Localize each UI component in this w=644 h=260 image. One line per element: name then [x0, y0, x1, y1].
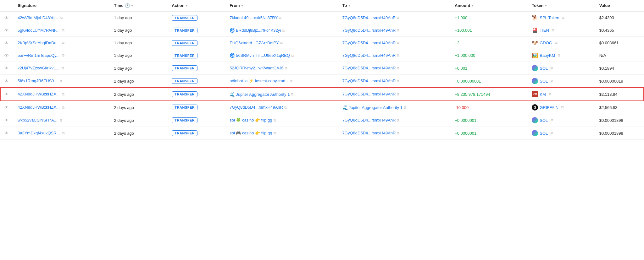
time-cell: 1 day ago: [110, 62, 168, 75]
signature-copy-icon[interactable]: ⧉: [62, 106, 66, 110]
clock-icon[interactable]: 🕐: [125, 3, 130, 8]
eye-icon[interactable]: 👁: [4, 79, 9, 84]
eye-cell: 👁: [0, 75, 14, 88]
signature-link[interactable]: 42XN8qJHWBzkHZX...: [18, 105, 60, 110]
eye-icon[interactable]: 👁: [4, 131, 9, 136]
table-row: 👁 42XN8qJHWBzkHZX... ⧉ 2 days ago TRANSF…: [0, 101, 644, 114]
from-cell: 7GyQ8dD5D4...rsmxH49AnR⧉: [230, 105, 289, 110]
to-address-link[interactable]: 7GyQ8dD5D4...rsmxH49AnR: [342, 41, 396, 45]
signature-copy-icon[interactable]: ⧉: [60, 118, 64, 123]
to-copy-icon[interactable]: ⧉: [397, 16, 401, 20]
action-filter-icon[interactable]: ▾: [186, 3, 188, 8]
from-address-link[interactable]: 7GyQ8dD5D4...rsmxH49AnR: [230, 105, 283, 110]
to-address-link[interactable]: 7GyQ8dD5D4...rsmxH49AnR: [342, 66, 396, 70]
to-filter-icon[interactable]: ▾: [348, 3, 350, 8]
to-address-link[interactable]: 7GyQ8dD5D4...rsmxH49AnR: [342, 28, 396, 33]
to-cell: 7GyQ8dD5D4...rsmxH49AnR⧉: [342, 118, 402, 122]
eye-icon[interactable]: 👁: [4, 118, 9, 123]
signature-link[interactable]: 5gKvfdcLUYM7PANF...: [18, 28, 59, 33]
token-copy-icon[interactable]: ⧉: [549, 92, 553, 96]
from-copy-icon[interactable]: ⧉: [274, 118, 278, 123]
eye-icon[interactable]: 👁: [4, 66, 9, 71]
signature-link[interactable]: 3a3YmDxqf4xukQSR...: [18, 131, 60, 135]
signature-link[interactable]: 42wV9mMjoLD48Yq...: [18, 15, 58, 20]
token-copy-icon[interactable]: ⧉: [551, 131, 555, 135]
token-copy-icon[interactable]: ⧉: [561, 105, 566, 110]
to-address-link[interactable]: Jupiter Aggregator Authority 1: [349, 105, 402, 110]
signature-copy-icon[interactable]: ⧉: [62, 66, 66, 71]
to-copy-icon[interactable]: ⧉: [397, 53, 401, 58]
time-value: 2 days ago: [114, 79, 134, 84]
from-address-link[interactable]: sol 🎮 casino 👉 flip.gg: [230, 131, 272, 135]
from-address-link[interactable]: Jupiter Aggregator Authority 1: [236, 92, 290, 97]
from-copy-icon[interactable]: ⧉: [291, 92, 295, 97]
to-copy-icon[interactable]: ⧉: [397, 28, 401, 33]
amount-value: +0.001: [455, 66, 467, 71]
to-address-link[interactable]: 7GyQ8dD5D4...rsmxH49AnR: [342, 118, 396, 122]
signature-copy-icon[interactable]: ⧉: [62, 53, 66, 58]
signature-copy-icon[interactable]: ⧉: [60, 16, 65, 20]
signature-link[interactable]: 2K3pVXSeAbgfDaBu...: [18, 41, 60, 45]
to-copy-icon[interactable]: ⧉: [397, 92, 401, 97]
token-copy-icon[interactable]: ⧉: [562, 16, 566, 20]
to-copy-icon[interactable]: ⧉: [397, 79, 401, 84]
from-copy-icon[interactable]: ⧉: [290, 79, 294, 84]
token-filter-icon[interactable]: ▾: [545, 3, 547, 8]
to-address-link[interactable]: 7GyQ8dD5D4...rsmxH49AnR: [342, 79, 396, 83]
to-copy-icon[interactable]: ⧉: [404, 106, 408, 110]
from-address-link[interactable]: 56SRMvhThT...U9eeX1qRBQ: [236, 53, 290, 58]
from-copy-icon[interactable]: ⧉: [291, 54, 296, 58]
to-copy-icon[interactable]: ⧉: [397, 131, 401, 136]
signature-copy-icon[interactable]: ⧉: [62, 92, 66, 97]
signature-link[interactable]: 5f6x1RmgJR6FUS9...: [18, 79, 57, 83]
to-address-link[interactable]: 7GyQ8dD5D4...rsmxH49AnR: [342, 15, 396, 20]
from-address-link[interactable]: 7kiuqaL49s...oxk5Nc37RY: [230, 15, 278, 20]
from-copy-icon[interactable]: ⧉: [274, 131, 278, 136]
time-filter-icon[interactable]: ▾: [131, 3, 133, 8]
token-copy-icon[interactable]: ⧉: [551, 79, 555, 83]
from-td: 7kiuqaL49s...oxk5Nc37RY⧉: [226, 11, 338, 24]
from-address-link[interactable]: BRddDj8Bjz...rfFc4K32yi: [236, 28, 281, 33]
signature-copy-icon[interactable]: ⧉: [62, 131, 67, 136]
signature-copy-icon[interactable]: ⧉: [60, 79, 64, 84]
from-copy-icon[interactable]: ⧉: [279, 16, 283, 20]
signature-copy-icon[interactable]: ⧉: [62, 28, 66, 33]
from-address-link[interactable]: sol 🍀 casino 👉 flip.gg: [230, 118, 272, 122]
signature-copy-icon[interactable]: ⧉: [62, 41, 66, 45]
to-address-link[interactable]: 7GyQ8dD5D4...rsmxH49AnR: [342, 53, 396, 58]
eye-icon[interactable]: 👁: [4, 15, 9, 20]
to-copy-icon[interactable]: ⧉: [397, 66, 401, 71]
eye-icon[interactable]: 👁: [4, 92, 9, 97]
from-td: 🌀BRddDj8Bjz...rfFc4K32yi⧉: [226, 24, 338, 37]
from-copy-icon[interactable]: ⧉: [284, 106, 289, 110]
to-address-link[interactable]: 7GyQ8dD5D4...rsmxH49AnR: [342, 92, 396, 96]
from-copy-icon[interactable]: ⧉: [285, 66, 289, 71]
signature-link[interactable]: k2Uj47vZzxwGkrikvL...: [18, 66, 59, 70]
token-copy-icon[interactable]: ⧉: [552, 28, 556, 33]
token-copy-icon[interactable]: ⧉: [551, 66, 555, 70]
eye-icon[interactable]: 👁: [4, 41, 9, 46]
from-filter-icon[interactable]: ▾: [241, 3, 243, 8]
time-cell: 1 day ago: [110, 24, 168, 37]
eye-icon[interactable]: 👁: [4, 53, 9, 58]
eye-icon[interactable]: 👁: [4, 105, 9, 110]
eye-cell: 👁: [0, 101, 14, 114]
signature-link[interactable]: wxb52vaCSiNSH7A...: [18, 118, 57, 122]
to-copy-icon[interactable]: ⧉: [397, 41, 401, 45]
from-address-link[interactable]: 52JQRRvmy2...wKWagtCAJ6: [230, 66, 283, 70]
to-copy-icon[interactable]: ⧉: [397, 118, 401, 123]
token-copy-icon[interactable]: ⧉: [555, 41, 559, 45]
token-copy-icon[interactable]: ⧉: [551, 118, 555, 122]
eye-icon[interactable]: 👁: [4, 28, 9, 33]
amount-filter-icon[interactable]: ▾: [471, 3, 473, 8]
token-copy-icon[interactable]: ⧉: [558, 53, 562, 58]
from-address-link[interactable]: odinbot-io ⚡ fastest-copy-trad...: [230, 79, 289, 83]
signature-link[interactable]: 42XN8qJHWBzkHZX...: [18, 92, 60, 96]
to-address-link[interactable]: 7GyQ8dD5D4...rsmxH49AnR: [342, 131, 396, 135]
from-address-link[interactable]: EUQ6xtadrd...GZArzBdtPY: [230, 41, 279, 45]
from-copy-icon[interactable]: ⧉: [282, 29, 286, 33]
action-cell: TRANSFER: [168, 24, 226, 37]
amount-cell: +0.000000001: [451, 75, 528, 88]
signature-link[interactable]: 5arFvRm1mTeapoQy...: [18, 53, 59, 58]
from-copy-icon[interactable]: ⧉: [280, 41, 285, 45]
